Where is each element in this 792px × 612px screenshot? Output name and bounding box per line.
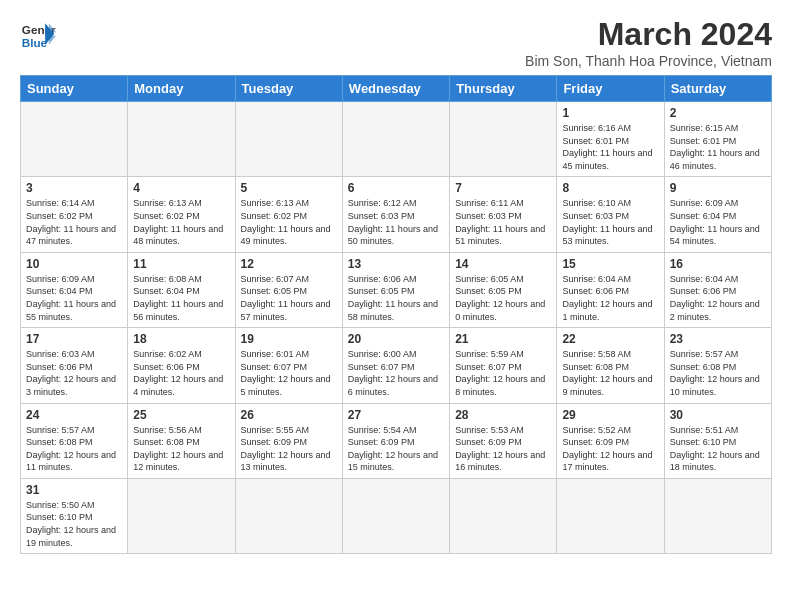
day-number: 1 — [562, 106, 658, 120]
day-info: Sunrise: 6:05 AM Sunset: 6:05 PM Dayligh… — [455, 273, 551, 323]
logo: General Blue — [20, 16, 56, 52]
calendar-cell: 2Sunrise: 6:15 AM Sunset: 6:01 PM Daylig… — [664, 102, 771, 177]
day-info: Sunrise: 6:01 AM Sunset: 6:07 PM Dayligh… — [241, 348, 337, 398]
weekday-header-wednesday: Wednesday — [342, 76, 449, 102]
weekday-header-row: SundayMondayTuesdayWednesdayThursdayFrid… — [21, 76, 772, 102]
calendar-cell: 16Sunrise: 6:04 AM Sunset: 6:06 PM Dayli… — [664, 252, 771, 327]
calendar-week-3: 10Sunrise: 6:09 AM Sunset: 6:04 PM Dayli… — [21, 252, 772, 327]
day-number: 12 — [241, 257, 337, 271]
month-title: March 2024 — [525, 16, 772, 53]
day-info: Sunrise: 6:16 AM Sunset: 6:01 PM Dayligh… — [562, 122, 658, 172]
day-info: Sunrise: 5:56 AM Sunset: 6:08 PM Dayligh… — [133, 424, 229, 474]
day-number: 30 — [670, 408, 766, 422]
calendar-cell: 31Sunrise: 5:50 AM Sunset: 6:10 PM Dayli… — [21, 478, 128, 553]
weekday-header-tuesday: Tuesday — [235, 76, 342, 102]
day-number: 29 — [562, 408, 658, 422]
calendar-week-2: 3Sunrise: 6:14 AM Sunset: 6:02 PM Daylig… — [21, 177, 772, 252]
day-info: Sunrise: 6:06 AM Sunset: 6:05 PM Dayligh… — [348, 273, 444, 323]
day-number: 19 — [241, 332, 337, 346]
calendar-cell: 22Sunrise: 5:58 AM Sunset: 6:08 PM Dayli… — [557, 328, 664, 403]
day-info: Sunrise: 5:58 AM Sunset: 6:08 PM Dayligh… — [562, 348, 658, 398]
day-info: Sunrise: 6:08 AM Sunset: 6:04 PM Dayligh… — [133, 273, 229, 323]
calendar-cell — [450, 478, 557, 553]
svg-text:Blue: Blue — [22, 36, 48, 49]
calendar-cell — [21, 102, 128, 177]
day-info: Sunrise: 6:04 AM Sunset: 6:06 PM Dayligh… — [562, 273, 658, 323]
calendar-cell: 27Sunrise: 5:54 AM Sunset: 6:09 PM Dayli… — [342, 403, 449, 478]
day-info: Sunrise: 5:54 AM Sunset: 6:09 PM Dayligh… — [348, 424, 444, 474]
day-info: Sunrise: 6:09 AM Sunset: 6:04 PM Dayligh… — [26, 273, 122, 323]
day-info: Sunrise: 6:13 AM Sunset: 6:02 PM Dayligh… — [133, 197, 229, 247]
weekday-header-monday: Monday — [128, 76, 235, 102]
calendar-cell — [128, 102, 235, 177]
day-info: Sunrise: 6:02 AM Sunset: 6:06 PM Dayligh… — [133, 348, 229, 398]
day-number: 13 — [348, 257, 444, 271]
calendar-cell: 29Sunrise: 5:52 AM Sunset: 6:09 PM Dayli… — [557, 403, 664, 478]
calendar-table: SundayMondayTuesdayWednesdayThursdayFrid… — [20, 75, 772, 554]
calendar-cell: 21Sunrise: 5:59 AM Sunset: 6:07 PM Dayli… — [450, 328, 557, 403]
weekday-header-sunday: Sunday — [21, 76, 128, 102]
day-info: Sunrise: 6:15 AM Sunset: 6:01 PM Dayligh… — [670, 122, 766, 172]
day-info: Sunrise: 5:53 AM Sunset: 6:09 PM Dayligh… — [455, 424, 551, 474]
calendar-cell: 18Sunrise: 6:02 AM Sunset: 6:06 PM Dayli… — [128, 328, 235, 403]
day-number: 28 — [455, 408, 551, 422]
calendar-cell: 28Sunrise: 5:53 AM Sunset: 6:09 PM Dayli… — [450, 403, 557, 478]
calendar-cell: 25Sunrise: 5:56 AM Sunset: 6:08 PM Dayli… — [128, 403, 235, 478]
calendar-cell: 4Sunrise: 6:13 AM Sunset: 6:02 PM Daylig… — [128, 177, 235, 252]
weekday-header-thursday: Thursday — [450, 76, 557, 102]
day-number: 14 — [455, 257, 551, 271]
calendar-cell: 13Sunrise: 6:06 AM Sunset: 6:05 PM Dayli… — [342, 252, 449, 327]
day-number: 24 — [26, 408, 122, 422]
calendar-cell: 8Sunrise: 6:10 AM Sunset: 6:03 PM Daylig… — [557, 177, 664, 252]
day-number: 16 — [670, 257, 766, 271]
calendar-cell: 1Sunrise: 6:16 AM Sunset: 6:01 PM Daylig… — [557, 102, 664, 177]
day-number: 26 — [241, 408, 337, 422]
day-info: Sunrise: 5:59 AM Sunset: 6:07 PM Dayligh… — [455, 348, 551, 398]
day-info: Sunrise: 6:09 AM Sunset: 6:04 PM Dayligh… — [670, 197, 766, 247]
calendar-cell — [664, 478, 771, 553]
day-info: Sunrise: 5:52 AM Sunset: 6:09 PM Dayligh… — [562, 424, 658, 474]
day-number: 22 — [562, 332, 658, 346]
calendar-cell: 15Sunrise: 6:04 AM Sunset: 6:06 PM Dayli… — [557, 252, 664, 327]
day-number: 31 — [26, 483, 122, 497]
day-info: Sunrise: 6:10 AM Sunset: 6:03 PM Dayligh… — [562, 197, 658, 247]
day-info: Sunrise: 6:00 AM Sunset: 6:07 PM Dayligh… — [348, 348, 444, 398]
calendar-cell: 10Sunrise: 6:09 AM Sunset: 6:04 PM Dayli… — [21, 252, 128, 327]
calendar-cell: 3Sunrise: 6:14 AM Sunset: 6:02 PM Daylig… — [21, 177, 128, 252]
calendar-week-6: 31Sunrise: 5:50 AM Sunset: 6:10 PM Dayli… — [21, 478, 772, 553]
day-number: 3 — [26, 181, 122, 195]
day-number: 25 — [133, 408, 229, 422]
calendar-cell: 24Sunrise: 5:57 AM Sunset: 6:08 PM Dayli… — [21, 403, 128, 478]
day-number: 27 — [348, 408, 444, 422]
calendar-cell: 12Sunrise: 6:07 AM Sunset: 6:05 PM Dayli… — [235, 252, 342, 327]
calendar-cell: 7Sunrise: 6:11 AM Sunset: 6:03 PM Daylig… — [450, 177, 557, 252]
day-number: 8 — [562, 181, 658, 195]
day-info: Sunrise: 5:51 AM Sunset: 6:10 PM Dayligh… — [670, 424, 766, 474]
day-number: 9 — [670, 181, 766, 195]
calendar-cell: 17Sunrise: 6:03 AM Sunset: 6:06 PM Dayli… — [21, 328, 128, 403]
day-number: 4 — [133, 181, 229, 195]
day-info: Sunrise: 5:55 AM Sunset: 6:09 PM Dayligh… — [241, 424, 337, 474]
day-info: Sunrise: 6:12 AM Sunset: 6:03 PM Dayligh… — [348, 197, 444, 247]
weekday-header-friday: Friday — [557, 76, 664, 102]
day-number: 2 — [670, 106, 766, 120]
calendar-cell: 6Sunrise: 6:12 AM Sunset: 6:03 PM Daylig… — [342, 177, 449, 252]
day-number: 15 — [562, 257, 658, 271]
title-area: March 2024 Bim Son, Thanh Hoa Province, … — [525, 16, 772, 69]
location-subtitle: Bim Son, Thanh Hoa Province, Vietnam — [525, 53, 772, 69]
day-info: Sunrise: 6:04 AM Sunset: 6:06 PM Dayligh… — [670, 273, 766, 323]
calendar-cell — [128, 478, 235, 553]
day-number: 7 — [455, 181, 551, 195]
day-info: Sunrise: 6:03 AM Sunset: 6:06 PM Dayligh… — [26, 348, 122, 398]
calendar-cell: 20Sunrise: 6:00 AM Sunset: 6:07 PM Dayli… — [342, 328, 449, 403]
day-number: 10 — [26, 257, 122, 271]
calendar-cell: 14Sunrise: 6:05 AM Sunset: 6:05 PM Dayli… — [450, 252, 557, 327]
day-number: 21 — [455, 332, 551, 346]
day-info: Sunrise: 6:07 AM Sunset: 6:05 PM Dayligh… — [241, 273, 337, 323]
day-info: Sunrise: 5:57 AM Sunset: 6:08 PM Dayligh… — [670, 348, 766, 398]
weekday-header-saturday: Saturday — [664, 76, 771, 102]
calendar-cell — [342, 102, 449, 177]
calendar-cell: 5Sunrise: 6:13 AM Sunset: 6:02 PM Daylig… — [235, 177, 342, 252]
day-info: Sunrise: 5:57 AM Sunset: 6:08 PM Dayligh… — [26, 424, 122, 474]
page-header: General Blue March 2024 Bim Son, Thanh H… — [20, 16, 772, 69]
